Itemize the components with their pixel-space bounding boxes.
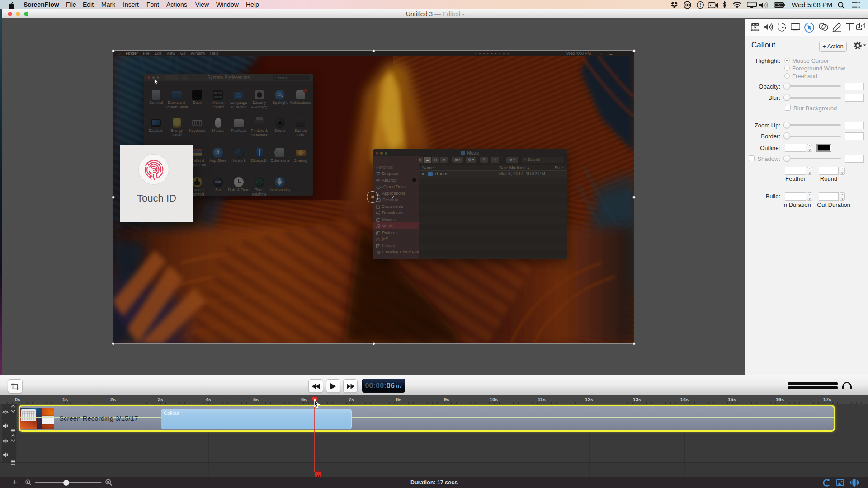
svg-text:!: ! [699,3,701,8]
